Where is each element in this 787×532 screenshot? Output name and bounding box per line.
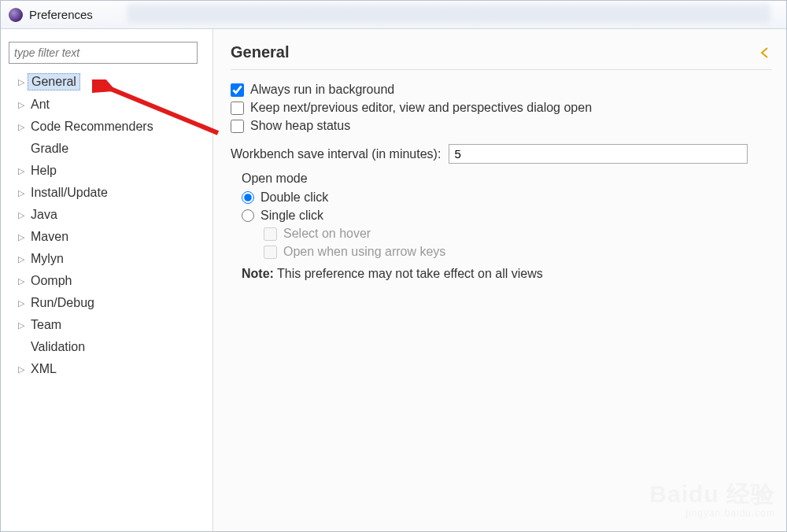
expand-icon[interactable]: ▷ <box>15 100 28 110</box>
tree-item-label: Code Recommenders <box>28 119 157 135</box>
always-run-bg-label: Always run in background <box>250 83 394 97</box>
double-click-label: Double click <box>260 190 328 205</box>
back-icon[interactable] <box>759 46 772 59</box>
keep-dialog-row[interactable]: Keep next/previous editor, view and pers… <box>231 101 772 115</box>
always-run-bg-row[interactable]: Always run in background <box>231 83 772 97</box>
select-hover-label: Select on hover <box>283 227 371 241</box>
tree-item-team[interactable]: ▷Team <box>12 314 205 336</box>
tree-item-validation[interactable]: Validation <box>12 336 205 358</box>
window-title: Preferences <box>29 8 93 21</box>
arrow-keys-row: Open when using arrow keys <box>264 245 772 259</box>
tree-item-gradle[interactable]: Gradle <box>12 138 205 160</box>
tree-item-label: XML <box>28 361 60 377</box>
tree-item-label: Oomph <box>28 273 75 289</box>
tree-item-label: Team <box>28 317 65 333</box>
double-click-radio[interactable] <box>242 191 254 204</box>
tree-item-label: Java <box>28 207 61 223</box>
keep-dialog-label: Keep next/previous editor, view and pers… <box>250 101 592 115</box>
tree-item-code-recommenders[interactable]: ▷Code Recommenders <box>12 116 205 138</box>
single-click-label: Single click <box>260 209 323 223</box>
preferences-window: Preferences ▷General▷Ant▷Code Recommende… <box>0 0 787 532</box>
keep-dialog-checkbox[interactable] <box>231 102 244 115</box>
note-row: Note: This preference may not take effec… <box>242 267 772 281</box>
select-hover-row: Select on hover <box>264 227 772 241</box>
open-mode-title: Open mode <box>242 172 772 186</box>
tree-item-label: Help <box>28 163 60 179</box>
save-interval-input[interactable] <box>449 144 748 164</box>
titlebar[interactable]: Preferences <box>1 1 786 29</box>
tree-item-label: Install/Update <box>28 185 111 201</box>
expand-icon[interactable]: ▷ <box>15 364 28 375</box>
note-text: This preference may not take effect on a… <box>277 267 543 280</box>
expand-icon[interactable]: ▷ <box>15 166 28 176</box>
always-run-bg-checkbox[interactable] <box>231 83 244 97</box>
tree-item-oomph[interactable]: ▷Oomph <box>12 270 205 292</box>
nav-icons <box>759 46 772 59</box>
tree-item-general[interactable]: ▷General <box>12 70 205 94</box>
eclipse-icon <box>9 8 23 22</box>
select-hover-checkbox <box>264 227 277 241</box>
tree-item-maven[interactable]: ▷Maven <box>12 226 205 248</box>
note-label: Note: <box>242 267 274 280</box>
tree-item-label: Gradle <box>28 141 72 157</box>
tree-item-label: General <box>28 73 80 91</box>
page-title: General <box>231 43 289 61</box>
preferences-tree: ▷General▷Ant▷Code RecommendersGradle▷Hel… <box>9 70 205 380</box>
tree-item-label: Mylyn <box>28 251 67 267</box>
tree-item-java[interactable]: ▷Java <box>12 204 205 226</box>
tree-item-run-debug[interactable]: ▷Run/Debug <box>12 292 205 314</box>
expand-icon[interactable]: ▷ <box>15 298 28 308</box>
heap-status-checkbox[interactable] <box>231 120 244 133</box>
expand-icon[interactable]: ▷ <box>15 77 28 87</box>
heap-status-label: Show heap status <box>250 119 350 133</box>
arrow-keys-label: Open when using arrow keys <box>283 245 445 259</box>
single-click-radio[interactable] <box>242 209 254 222</box>
main-header: General <box>231 43 772 70</box>
expand-icon[interactable]: ▷ <box>15 188 28 198</box>
double-click-row[interactable]: Double click <box>242 190 772 205</box>
expand-icon[interactable]: ▷ <box>15 232 28 242</box>
tree-item-label: Maven <box>28 229 72 245</box>
expand-icon[interactable]: ▷ <box>15 254 28 264</box>
save-interval-label: Workbench save interval (in minutes): <box>231 147 441 161</box>
titlebar-blur-region <box>127 4 770 23</box>
heap-status-row[interactable]: Show heap status <box>231 119 772 133</box>
tree-item-help[interactable]: ▷Help <box>12 160 205 182</box>
expand-icon[interactable]: ▷ <box>15 320 28 331</box>
tree-item-label: Ant <box>28 97 53 113</box>
save-interval-row: Workbench save interval (in minutes): <box>231 144 772 164</box>
arrow-keys-checkbox <box>264 246 277 259</box>
tree-item-label: Validation <box>28 339 88 355</box>
filter-input[interactable] <box>9 42 198 64</box>
content-area: ▷General▷Ant▷Code RecommendersGradle▷Hel… <box>1 29 786 531</box>
single-click-row[interactable]: Single click <box>242 209 772 223</box>
tree-item-install-update[interactable]: ▷Install/Update <box>12 182 205 204</box>
open-mode-group: Open mode Double click Single click Sele… <box>231 172 772 281</box>
expand-icon[interactable]: ▷ <box>15 122 28 132</box>
sidebar: ▷General▷Ant▷Code RecommendersGradle▷Hel… <box>1 29 213 531</box>
expand-icon[interactable]: ▷ <box>15 276 28 286</box>
expand-icon[interactable]: ▷ <box>15 210 28 220</box>
main-panel: General Always run in background Keep ne… <box>213 29 786 531</box>
tree-item-mylyn[interactable]: ▷Mylyn <box>12 248 205 270</box>
tree-item-label: Run/Debug <box>28 295 98 311</box>
tree-item-ant[interactable]: ▷Ant <box>12 94 205 116</box>
tree-item-xml[interactable]: ▷XML <box>12 358 205 380</box>
